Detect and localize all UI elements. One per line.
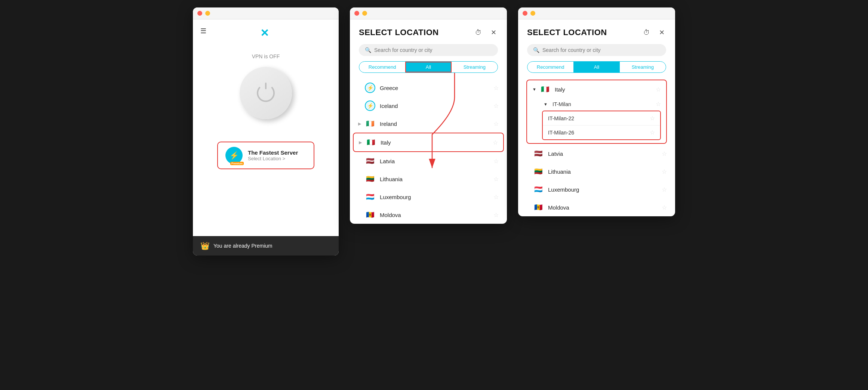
power-button[interactable] (240, 67, 292, 119)
latvia-star-p3[interactable]: ☆ (662, 150, 667, 157)
luxembourg-star[interactable]: ☆ (493, 194, 499, 201)
luxembourg-flag: 🇱🇺 (365, 192, 375, 202)
clock-icon-btn-p3[interactable]: ⏱ (642, 27, 652, 38)
tab-streaming-p3[interactable]: Streaming (620, 62, 666, 72)
list-item-lithuania[interactable]: 🇱🇹 Lithuania ☆ (353, 170, 504, 188)
select-location-window-2: SELECT LOCATION ⏱ ✕ 🔍 Recommend All Stre… (350, 7, 507, 224)
it-milan-label: IT-Milan (552, 101, 571, 107)
location-list-p2: ⚡ Greece ☆ ⚡ Iceland ☆ ▶ 🇮🇪 Ireland ☆ ▶ (350, 79, 507, 224)
italy-flag: 🇮🇹 (366, 137, 376, 148)
list-item-ireland[interactable]: ▶ 🇮🇪 Ireland ☆ (353, 115, 504, 133)
italy-name: Italy (381, 139, 493, 146)
lithuania-flag-p3: 🇱🇹 (533, 166, 544, 177)
city-milan22-star[interactable]: ☆ (650, 115, 655, 122)
city-row-milan26[interactable]: IT-Milan-26 ☆ (543, 125, 660, 139)
latvia-name-p3: Latvia (548, 151, 662, 157)
it-milan-group-header[interactable]: ▼ IT-Milan ☆ (527, 98, 666, 109)
close-btn-p3[interactable] (523, 11, 527, 16)
search-icon-p3: 🔍 (533, 47, 539, 53)
minimize-btn-p3[interactable] (530, 11, 535, 16)
select-location-title-p2: SELECT LOCATION (359, 28, 439, 37)
lithuania-star-p3[interactable]: ☆ (662, 168, 667, 175)
moldova-flag: 🇲🇩 (365, 210, 375, 220)
iceland-star[interactable]: ☆ (493, 102, 499, 109)
close-btn-p2[interactable] (354, 11, 359, 16)
search-input-p3[interactable] (542, 47, 660, 53)
moldova-star-p3[interactable]: ☆ (662, 204, 667, 211)
minimize-btn-p2[interactable] (362, 11, 367, 16)
premium-badge: Premium (230, 162, 244, 165)
main-content: ☰ ✕ VPN is OFF ⚡ Premium The Fastest Ser… (193, 19, 339, 236)
clock-icon-btn-p2[interactable]: ⏱ (474, 27, 483, 38)
fastest-server-button[interactable]: ⚡ Premium The Fastest Server Select Loca… (217, 142, 314, 169)
luxembourg-star-p3[interactable]: ☆ (662, 186, 667, 193)
titlebar-panel3 (518, 7, 675, 19)
it-milan-star[interactable]: ☆ (656, 100, 661, 108)
search-bar-p3[interactable]: 🔍 (527, 44, 666, 56)
list-item-latvia[interactable]: 🇱🇻 Latvia ☆ (353, 152, 504, 170)
italy-star-p3[interactable]: ☆ (656, 86, 661, 93)
lithuania-star[interactable]: ☆ (493, 176, 499, 183)
tab-recommend-p2[interactable]: Recommend (359, 62, 405, 72)
tab-all-p2[interactable]: All (405, 62, 451, 72)
lithuania-name: Lithuania (380, 176, 493, 182)
greece-flag: ⚡ (365, 83, 375, 93)
city-milan22-name: IT-Milan-22 (548, 115, 574, 121)
list-item-moldova-p3[interactable]: 🇲🇩 Moldova ☆ (521, 198, 672, 216)
close-button[interactable] (197, 11, 202, 16)
iceland-name: Iceland (380, 103, 493, 109)
list-item-luxembourg[interactable]: 🇱🇺 Luxembourg ☆ (353, 188, 504, 206)
list-item-latvia-p3[interactable]: 🇱🇻 Latvia ☆ (521, 145, 672, 162)
tab-bar-p2: Recommend All Streaming (359, 61, 498, 73)
moldova-name-p3: Moldova (548, 204, 662, 211)
list-item-luxembourg-p3[interactable]: 🇱🇺 Luxembourg ☆ (521, 180, 672, 198)
location-panel2-wrapper: SELECT LOCATION ⏱ ✕ 🔍 Recommend All Stre… (339, 7, 507, 224)
vpn-status: VPN is OFF (252, 53, 280, 59)
latvia-star[interactable]: ☆ (493, 158, 499, 165)
list-item-lithuania-p3[interactable]: 🇱🇹 Lithuania ☆ (521, 162, 672, 180)
header-top-p3: SELECT LOCATION ⏱ ✕ (527, 27, 666, 38)
titlebar-panel2 (350, 7, 507, 19)
latvia-flag: 🇱🇻 (365, 156, 375, 166)
minimize-button[interactable] (205, 11, 210, 16)
city-milan26-star[interactable]: ☆ (650, 129, 655, 136)
search-bar-p2[interactable]: 🔍 (359, 44, 498, 56)
city-milan26-name: IT-Milan-26 (548, 130, 574, 136)
italy-header[interactable]: ▼ 🇮🇹 Italy ☆ (527, 80, 666, 98)
ireland-star[interactable]: ☆ (493, 120, 499, 127)
expand-arrow-ireland: ▶ (358, 121, 365, 126)
italy-star[interactable]: ☆ (493, 139, 498, 146)
italy-expanded-section: ▼ 🇮🇹 Italy ☆ ▼ IT-Milan ☆ IT-Milan-22 ☆ … (526, 80, 667, 144)
fastest-server-icon-wrap: ⚡ Premium (225, 147, 243, 164)
select-location-window-3: SELECT LOCATION ⏱ ✕ 🔍 Recommend All Stre… (518, 7, 675, 216)
latvia-name: Latvia (380, 158, 493, 164)
tab-all-p3[interactable]: All (573, 62, 619, 72)
list-item-italy[interactable]: ▶ 🇮🇹 Italy ☆ (353, 133, 504, 152)
tab-bar-p3: Recommend All Streaming (527, 61, 666, 73)
fastest-server-text: The Fastest Server Select Location > (248, 149, 298, 161)
ireland-name: Ireland (380, 121, 493, 127)
moldova-star[interactable]: ☆ (493, 211, 499, 219)
latvia-flag-p3: 🇱🇻 (533, 148, 544, 159)
vpn-main-window: ☰ ✕ VPN is OFF ⚡ Premium The Fastest Ser… (193, 7, 339, 256)
greece-star[interactable]: ☆ (493, 84, 499, 92)
header-top-p2: SELECT LOCATION ⏱ ✕ (359, 27, 498, 38)
hamburger-icon[interactable]: ☰ (200, 27, 206, 35)
city-row-milan22[interactable]: IT-Milan-22 ☆ (543, 111, 660, 125)
close-icon-btn-p2[interactable]: ✕ (489, 27, 498, 38)
header-icons-p2: ⏱ ✕ (474, 27, 498, 38)
select-location-title-p3: SELECT LOCATION (527, 28, 607, 37)
lithuania-flag: 🇱🇹 (365, 174, 375, 184)
moldova-name: Moldova (380, 212, 493, 218)
it-milan-cities: IT-Milan-22 ☆ IT-Milan-26 ☆ (542, 111, 661, 140)
tab-streaming-p2[interactable]: Streaming (452, 62, 498, 72)
premium-text: You are already Premium (213, 243, 272, 249)
lightning-icon: ⚡ (230, 151, 239, 160)
list-item-moldova[interactable]: 🇲🇩 Moldova ☆ (353, 206, 504, 224)
it-milan-arrow-down: ▼ (544, 102, 550, 106)
tab-recommend-p3[interactable]: Recommend (527, 62, 573, 72)
close-icon-btn-p3[interactable]: ✕ (658, 27, 666, 38)
search-input-p2[interactable] (374, 47, 492, 53)
list-item-iceland[interactable]: ⚡ Iceland ☆ (353, 97, 504, 115)
list-item-greece[interactable]: ⚡ Greece ☆ (353, 79, 504, 97)
